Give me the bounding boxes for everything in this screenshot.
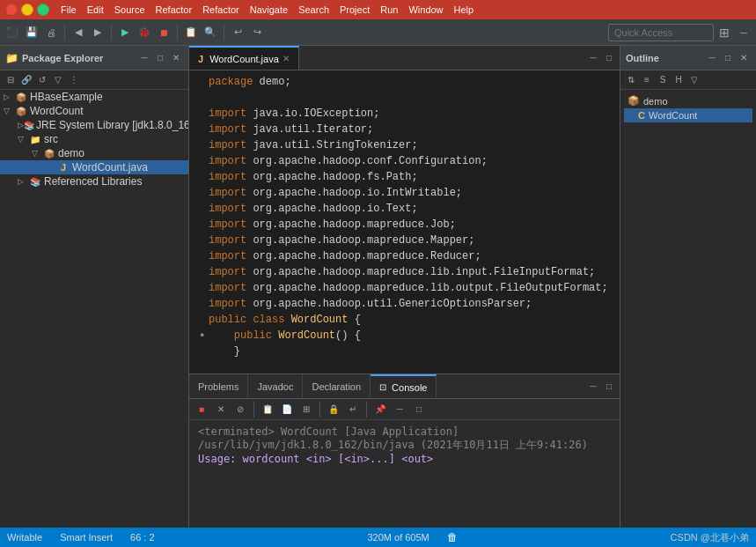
exp-link[interactable]: 🔗 — [19, 73, 33, 87]
code-line-16: public class WordCount { — [198, 312, 611, 328]
folder-icon-src: 📁 — [28, 133, 42, 145]
outline-item-demo[interactable]: 📦 demo — [624, 93, 752, 108]
console-close[interactable]: ✕ — [212, 401, 230, 418]
arrow-demo: ▽ — [32, 149, 42, 158]
tree-item-reflibs[interactable]: ▷ 📚 Referenced Libraries — [0, 174, 188, 188]
menu-source[interactable]: Source — [110, 4, 150, 15]
tab-close[interactable]: ✕ — [283, 54, 290, 63]
panel-maximize[interactable]: □ — [153, 51, 167, 65]
exp-menu[interactable]: ⋮ — [67, 73, 81, 87]
code-line-19 — [198, 359, 611, 373]
outline-hide-nonh[interactable]: H — [672, 73, 686, 87]
toolbar-new[interactable]: ⬛ — [4, 24, 21, 41]
panel-minimize[interactable]: ─ — [137, 51, 151, 65]
outline-maximize[interactable]: □ — [721, 51, 735, 65]
quick-access-input[interactable] — [608, 24, 714, 41]
menu-refactor2[interactable]: Refactor — [198, 4, 244, 15]
code-line-3: import java.io.IOException; — [198, 106, 611, 122]
exp-sync[interactable]: ↺ — [35, 73, 49, 87]
menu-edit[interactable]: Edit — [83, 4, 108, 15]
menu-search[interactable]: Search — [294, 4, 334, 15]
code-line-11: import org.apache.hadoop.mapreduce.Mappe… — [198, 233, 611, 248]
tab-declaration[interactable]: Declaration — [303, 374, 371, 398]
menu-window[interactable]: Window — [404, 4, 447, 15]
memory-icon[interactable]: 🗑 — [447, 531, 458, 543]
toolbar-stop[interactable]: ⏹ — [155, 24, 172, 41]
toolbar-run[interactable]: ▶ — [116, 24, 134, 41]
editor-tab-actions: ─ □ — [583, 46, 620, 70]
toolbar-sep3 — [177, 25, 178, 41]
code-editor[interactable]: package demo; import java.io.IOException… — [189, 74, 620, 373]
menu-file[interactable]: File — [56, 4, 81, 15]
outline-close[interactable]: ✕ — [737, 51, 751, 65]
toolbar-debug[interactable]: 🐞 — [136, 24, 153, 41]
toolbar-forward[interactable]: ▶ — [89, 24, 106, 41]
tab-javadoc[interactable]: Javadoc — [248, 374, 303, 398]
code-line-14: import org.apache.hadoop.mapreduce.lib.o… — [198, 280, 611, 296]
panel-header-icons: ─ □ ✕ — [137, 51, 183, 65]
console-scroll-lock[interactable]: 🔒 — [325, 401, 342, 418]
toolbar-save[interactable]: 💾 — [23, 24, 40, 41]
tree-label-demo: demo — [58, 147, 84, 159]
exp-collapse[interactable]: ⊟ — [4, 73, 18, 87]
outline-title: Outline — [626, 53, 659, 63]
toolbar-print[interactable]: 🖨 — [42, 24, 60, 41]
console-paste[interactable]: 📄 — [278, 401, 296, 418]
bottom-minimize[interactable]: ─ — [586, 380, 600, 394]
tab-problems[interactable]: Problems — [189, 374, 248, 398]
console-tab-label: Console — [392, 382, 427, 393]
toolbar-perspectives[interactable]: ⊞ — [716, 24, 733, 41]
status-position: 66 : 2 — [130, 532, 155, 543]
toolbar-minimize-all[interactable]: ─ — [735, 24, 752, 41]
editor-tabs: J WordCount.java ✕ ─ □ — [189, 46, 620, 70]
console-minimize-view[interactable]: ─ — [391, 401, 408, 418]
editor-tab-wordcount[interactable]: J WordCount.java ✕ — [189, 46, 299, 70]
outline-hide-static[interactable]: S — [656, 73, 670, 87]
menu-project[interactable]: Project — [335, 4, 374, 15]
title-bar: File Edit Source Refactor Refactor Navig… — [0, 0, 756, 19]
console-pin[interactable]: 📌 — [371, 401, 389, 418]
tree-item-wordcount[interactable]: ▽ 📦 WordCount — [0, 104, 188, 118]
package-explorer-title: Package Explorer — [22, 53, 103, 63]
console-stop[interactable]: ■ — [193, 401, 210, 418]
console-word-wrap[interactable]: ↵ — [344, 401, 362, 418]
console-maximize-view[interactable]: □ — [410, 401, 428, 418]
toolbar-undo[interactable]: ↩ — [229, 24, 246, 41]
tree-item-hbaseexample[interactable]: ▷ 📦 HBaseExample — [0, 90, 188, 104]
editor-minimize[interactable]: ─ — [586, 51, 600, 65]
toolbar-perspective[interactable]: 📋 — [182, 24, 200, 41]
console-select-all[interactable]: ⊞ — [297, 401, 315, 418]
tree-item-src[interactable]: ▽ 📁 src — [0, 132, 188, 146]
outline-minimize[interactable]: ─ — [705, 51, 719, 65]
project-icon-wordcount: 📦 — [14, 105, 28, 117]
tree-item-demo[interactable]: ▽ 📦 demo — [0, 146, 188, 160]
menu-navigate[interactable]: Navigate — [246, 4, 292, 15]
close-button[interactable] — [5, 4, 18, 16]
outline-header-icons: ─ □ ✕ — [705, 51, 751, 65]
console-clear[interactable]: ⊘ — [231, 401, 249, 418]
maximize-button[interactable] — [37, 4, 49, 16]
outline-hide-fields[interactable]: ≡ — [640, 73, 654, 87]
tab-console[interactable]: ⊡ Console — [371, 374, 437, 398]
tree-item-wordcountjava[interactable]: J WordCount.java — [0, 160, 188, 174]
toolbar-search[interactable]: 🔍 — [202, 24, 219, 41]
outline-sort[interactable]: ⇅ — [624, 73, 638, 87]
toolbar-back[interactable]: ◀ — [70, 24, 87, 41]
editor-maximize[interactable]: □ — [602, 51, 616, 65]
tree-item-jre[interactable]: ▷ 📚 JRE System Library [jdk1.8.0_16 — [0, 118, 188, 132]
bottom-maximize[interactable]: □ — [602, 380, 616, 394]
exp-filter[interactable]: ▽ — [51, 73, 65, 87]
toolbar-redo[interactable]: ↪ — [248, 24, 266, 41]
code-line-12: import org.apache.hadoop.mapreduce.Reduc… — [198, 248, 611, 264]
console-copy[interactable]: 📋 — [259, 401, 276, 418]
minimize-button[interactable] — [21, 4, 33, 16]
outline-filter[interactable]: ▽ — [687, 73, 701, 87]
editor-content[interactable]: package demo; import java.io.IOException… — [189, 70, 620, 373]
tree-label-src: src — [44, 133, 58, 145]
panel-close[interactable]: ✕ — [169, 51, 183, 65]
problems-tab-label: Problems — [198, 381, 239, 392]
menu-run[interactable]: Run — [376, 4, 402, 15]
menu-refactor1[interactable]: Refactor — [151, 4, 197, 15]
menu-help[interactable]: Help — [450, 4, 479, 15]
outline-item-wordcount[interactable]: C WordCount — [624, 108, 752, 122]
